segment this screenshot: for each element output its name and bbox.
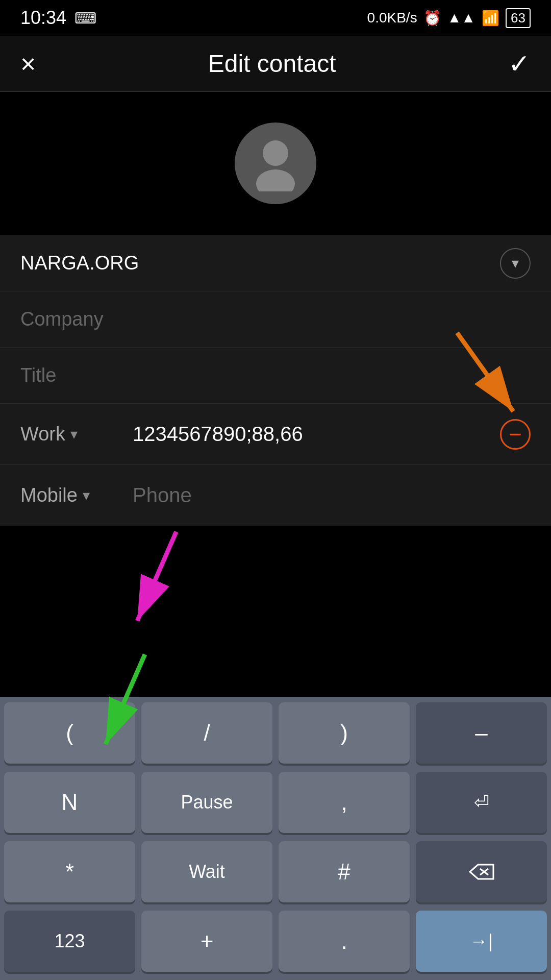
- status-bar: 10:34 ⌨ 0.0KB/s ⏰ ▲▲ 📶 63: [0, 0, 551, 36]
- svg-point-1: [256, 169, 295, 191]
- key-wait[interactable]: Wait: [141, 841, 272, 902]
- backspace-icon: [469, 863, 494, 881]
- title-row: [0, 348, 551, 404]
- keyboard-row-4: 123 + . →|: [0, 911, 551, 972]
- title-input[interactable]: [20, 364, 531, 386]
- work-phone-row: Work ▾ −: [0, 404, 551, 465]
- mobile-phone-input[interactable]: [133, 484, 531, 507]
- minus-icon: −: [509, 422, 522, 447]
- key-star[interactable]: *: [4, 841, 135, 902]
- key-period[interactable]: .: [279, 911, 410, 972]
- pink-arrow-annotation: [87, 521, 199, 643]
- wifi-icon: 📶: [482, 10, 499, 27]
- network-speed: 0.0KB/s: [367, 10, 417, 26]
- account-row: NARGA.ORG ▾: [0, 235, 551, 291]
- work-dropdown-arrow: ▾: [70, 426, 78, 443]
- key-comma[interactable]: ,: [279, 772, 410, 833]
- signal-icon: ▲▲: [447, 10, 475, 26]
- status-time: 10:34: [20, 7, 66, 29]
- remove-phone-button[interactable]: −: [500, 419, 531, 450]
- keyboard-row-1: ( / ) –: [0, 702, 551, 764]
- key-close-paren[interactable]: ): [279, 702, 410, 764]
- account-name: NARGA.ORG: [20, 252, 139, 274]
- save-button[interactable]: ✓: [508, 48, 531, 79]
- key-return[interactable]: ⏎: [416, 772, 547, 833]
- keyboard-icon: ⌨: [74, 9, 96, 27]
- battery-icon: 63: [506, 8, 531, 28]
- mobile-label: Mobile: [20, 484, 78, 506]
- mobile-phone-row: Mobile ▾: [0, 465, 551, 526]
- avatar[interactable]: [235, 122, 316, 204]
- key-dash[interactable]: –: [416, 702, 547, 764]
- company-input[interactable]: [20, 308, 531, 330]
- keyboard: ( / ) – N Pause , ⏎ * Wait # 123 + . →|: [0, 697, 551, 980]
- key-pause[interactable]: Pause: [141, 772, 272, 833]
- alarm-icon: ⏰: [423, 10, 441, 27]
- avatar-icon: [250, 135, 301, 191]
- work-phone-input[interactable]: [133, 423, 490, 446]
- status-right: 0.0KB/s ⏰ ▲▲ 📶 63: [367, 8, 531, 28]
- form-section: NARGA.ORG ▾ Work ▾ − Mobile ▾: [0, 235, 551, 526]
- key-backspace[interactable]: [416, 841, 547, 902]
- key-plus[interactable]: +: [141, 911, 272, 972]
- header: × Edit contact ✓: [0, 36, 551, 92]
- mobile-label-dropdown[interactable]: Mobile ▾: [20, 484, 122, 506]
- key-open-paren[interactable]: (: [4, 702, 135, 764]
- key-123[interactable]: 123: [4, 911, 135, 972]
- key-n[interactable]: N: [4, 772, 135, 833]
- avatar-section[interactable]: [0, 92, 551, 235]
- company-row: [0, 291, 551, 348]
- account-dropdown-button[interactable]: ▾: [500, 248, 531, 279]
- work-label: Work: [20, 423, 65, 445]
- keyboard-row-2: N Pause , ⏎: [0, 772, 551, 833]
- mobile-dropdown-arrow: ▾: [83, 487, 90, 504]
- work-label-dropdown[interactable]: Work ▾: [20, 423, 122, 445]
- svg-line-5: [137, 532, 176, 621]
- page-title: Edit contact: [208, 50, 336, 78]
- key-slash[interactable]: /: [141, 702, 272, 764]
- svg-point-0: [263, 140, 288, 166]
- keyboard-row-3: * Wait #: [0, 841, 551, 902]
- key-next[interactable]: →|: [416, 911, 547, 972]
- key-hash[interactable]: #: [279, 841, 410, 902]
- close-button[interactable]: ×: [20, 48, 36, 79]
